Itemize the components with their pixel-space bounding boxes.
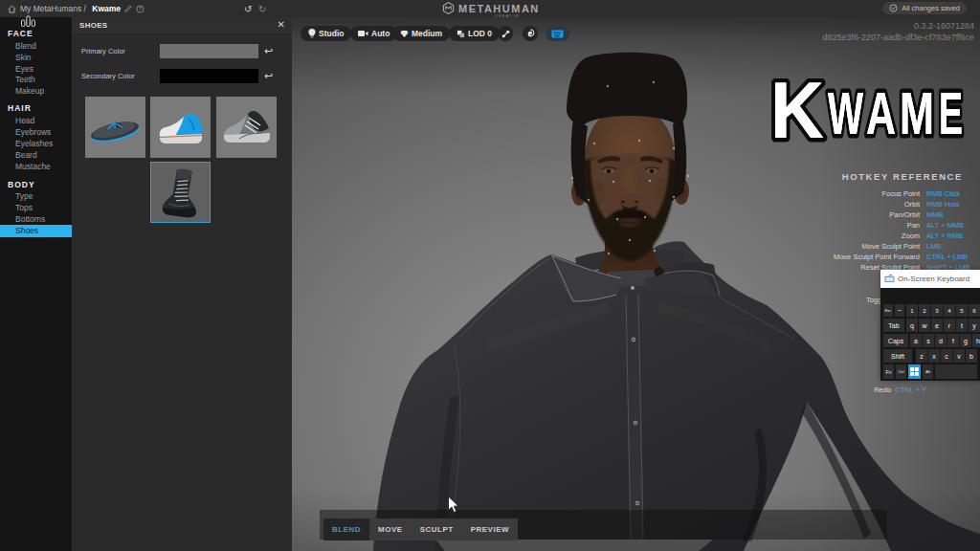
- svg-text:A: A: [866, 79, 896, 146]
- svg-text:W: W: [828, 79, 863, 146]
- svg-text:E: E: [939, 79, 963, 146]
- svg-text:?: ?: [139, 6, 142, 11]
- svg-text:K: K: [770, 65, 824, 155]
- svg-text:M: M: [900, 79, 934, 146]
